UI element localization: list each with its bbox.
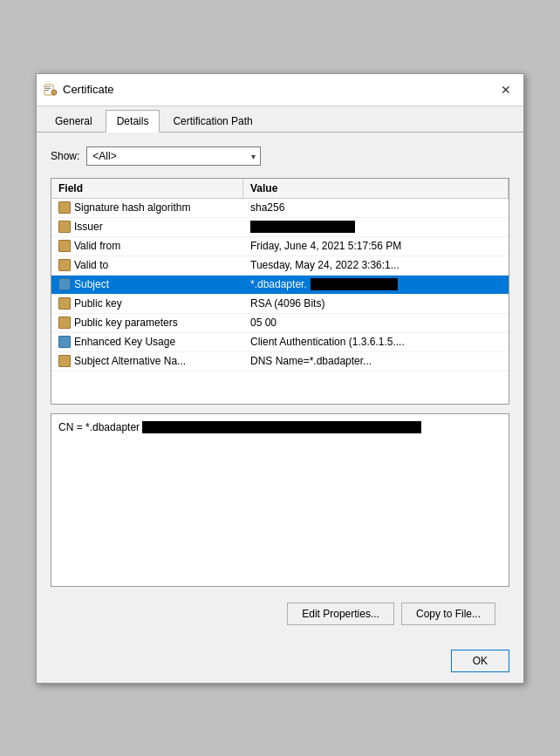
row-icon (58, 336, 71, 348)
row-icon (58, 317, 71, 329)
field-value (243, 219, 509, 235)
field-label: Public key parameters (74, 317, 178, 329)
svg-rect-3 (45, 90, 49, 91)
field-label: Valid to (74, 259, 108, 271)
tab-details[interactable]: Details (106, 110, 160, 133)
column-field: Field (51, 179, 243, 198)
field-value: *.dbadapter. (243, 276, 509, 292)
copy-to-file-button[interactable]: Copy to File... (401, 603, 495, 625)
row-icon (58, 221, 71, 233)
row-icon (58, 355, 71, 367)
field-value: Tuesday, May 24, 2022 3:36:1... (243, 257, 509, 273)
table-row[interactable]: Valid to Tuesday, May 24, 2022 3:36:1... (51, 256, 509, 276)
row-icon (58, 240, 71, 252)
edit-properties-button[interactable]: Edit Properties... (287, 603, 394, 625)
table-row[interactable]: Valid from Friday, June 4, 2021 5:17:56 … (51, 237, 509, 256)
field-value: 05 00 (243, 315, 509, 330)
action-button-row: Edit Properties... Copy to File... (51, 596, 509, 632)
column-value: Value (243, 179, 509, 198)
field-label: Subject (74, 278, 109, 290)
table-row[interactable]: Public key RSA (4096 Bits) (51, 295, 509, 314)
field-label: Public key (74, 297, 122, 310)
ok-button[interactable]: OK (451, 650, 509, 672)
table-row[interactable]: Signature hash algorithm sha256 (51, 199, 509, 218)
svg-rect-2 (45, 88, 51, 89)
window-title: Certificate (63, 83, 495, 96)
tab-bar: General Details Certification Path (37, 106, 523, 133)
show-select-wrapper[interactable]: <All> Version 1 Fields Only Extensions O… (86, 146, 261, 166)
table-row-selected[interactable]: Subject *.dbadapter. (51, 276, 509, 295)
field-value: DNS Name=*.dbadapter... (243, 353, 509, 369)
show-row: Show: <All> Version 1 Fields Only Extens… (51, 143, 509, 169)
title-bar: Certificate ✕ (37, 74, 523, 106)
close-button[interactable]: ✕ (495, 79, 516, 100)
table-row[interactable]: Subject Alternative Na... DNS Name=*.dba… (51, 352, 509, 371)
redacted-value (250, 221, 355, 233)
field-value: sha256 (243, 200, 509, 215)
detail-box: CN = *.dbadapter (51, 413, 509, 587)
table-row[interactable]: Enhanced Key Usage Client Authentication… (51, 333, 509, 352)
row-icon (58, 201, 71, 214)
tab-certification-path[interactable]: Certification Path (161, 110, 263, 132)
show-label: Show: (51, 150, 79, 162)
detail-redacted (142, 421, 421, 433)
table-row[interactable]: Public key parameters 05 00 (51, 314, 509, 333)
certificate-icon (44, 83, 58, 97)
certificate-dialog: Certificate ✕ General Details Certificat… (36, 73, 524, 684)
row-icon (58, 259, 71, 271)
svg-rect-1 (45, 86, 51, 87)
field-value: Friday, June 4, 2021 5:17:56 PM (243, 238, 509, 254)
content-area: Show: <All> Version 1 Fields Only Extens… (37, 133, 523, 643)
field-value: Client Authentication (1.3.6.1.5.... (243, 334, 509, 350)
redacted-value (311, 278, 398, 290)
field-label: Issuer (74, 221, 103, 233)
field-label: Subject Alternative Na... (74, 355, 186, 367)
certificate-table: Field Value Signature hash algorithm sha… (51, 178, 509, 405)
field-value: RSA (4096 Bits) (243, 296, 509, 311)
table-header: Field Value (51, 179, 509, 199)
field-label: Signature hash algorithm (74, 201, 190, 214)
table-row[interactable]: Issuer (51, 218, 509, 237)
detail-text: CN = *.dbadapter (58, 421, 140, 433)
table-body: Signature hash algorithm sha256 Issuer (51, 199, 509, 404)
row-icon (58, 297, 71, 310)
row-icon (58, 278, 71, 290)
show-select[interactable]: <All> Version 1 Fields Only Extensions O… (86, 146, 261, 166)
tab-general[interactable]: General (44, 110, 104, 132)
field-label: Valid from (74, 240, 120, 252)
field-label: Enhanced Key Usage (74, 336, 175, 348)
ok-row: OK (37, 643, 523, 683)
